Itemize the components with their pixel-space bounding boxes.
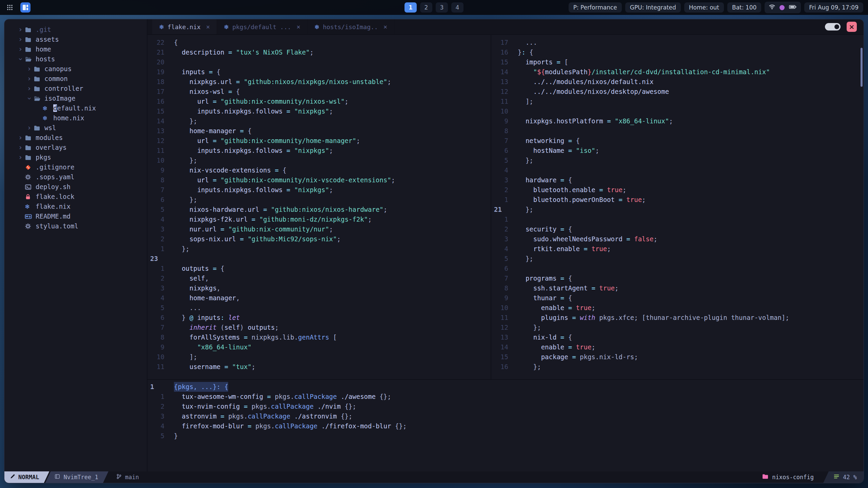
code-line[interactable]: 23 — [147, 254, 491, 264]
scrollbar-thumb[interactable] — [861, 48, 863, 87]
code-line[interactable]: 19 inputs = { — [147, 67, 491, 77]
code-line[interactable]: 10 ]; — [147, 352, 491, 362]
code-line[interactable]: 5} — [147, 431, 864, 441]
tree-item-overlays[interactable]: ›overlays — [4, 143, 147, 152]
code-line[interactable]: 2 sops-nix.url = "github:Mic92/sops-nix"… — [147, 234, 491, 244]
tree-item-readme-md[interactable]: README.md — [4, 211, 147, 221]
tab-pkgs-default[interactable]: ❄pkgs/default ...× — [217, 19, 308, 34]
chevron-down-icon[interactable]: › — [26, 94, 33, 103]
code-line[interactable]: 1 tux-awesome-wm-config = pkgs.callPacka… — [147, 392, 864, 402]
code-line[interactable]: 12 ../../modules/nixos/desktop/awesome — [491, 87, 864, 97]
tree-item-git[interactable]: ›.git — [4, 25, 147, 35]
code-line[interactable]: 18 nixpkgs.url = "github:nixos/nixpkgs/n… — [147, 77, 491, 87]
code-line[interactable]: 5 ... — [147, 303, 491, 313]
chevron-right-icon[interactable]: › — [25, 65, 34, 73]
code-line[interactable]: 1 outputs = { — [147, 264, 491, 273]
code-line[interactable]: 1 }; — [147, 244, 491, 254]
code-line[interactable]: 8 — [491, 126, 864, 136]
code-line[interactable]: 14 enable = true; — [491, 342, 864, 352]
workspace-button-2[interactable]: 2 — [420, 2, 432, 13]
code-line[interactable]: 9 nix-vscode-extensions = { — [147, 165, 491, 175]
code-line[interactable]: 11 ]; — [491, 97, 864, 106]
code-line[interactable]: 22{ — [147, 38, 491, 47]
code-line[interactable]: 4 home-manager, — [147, 293, 491, 303]
chevron-right-icon[interactable]: › — [16, 26, 25, 33]
code-line[interactable]: 16 url = "github:nix-community/nixos-wsl… — [147, 97, 491, 106]
code-line[interactable]: 6 }; — [147, 195, 491, 205]
code-line[interactable]: 6 — [491, 264, 864, 273]
code-line[interactable]: 12 }; — [491, 323, 864, 332]
chevron-right-icon[interactable]: › — [16, 36, 25, 43]
tree-item-assets[interactable]: ›assets — [4, 35, 147, 44]
code-line[interactable]: 21 description = "tux's NixOS Flake"; — [147, 47, 491, 57]
code-line[interactable]: 9 "x86_64-linux" — [147, 342, 491, 352]
battery-icon[interactable] — [789, 3, 797, 12]
code-line[interactable]: 20 — [147, 57, 491, 67]
code-line[interactable]: 8 ssh.startAgent = true; — [491, 283, 864, 293]
code-line[interactable]: 15 inputs.nixpkgs.follows = "nixpkgs"; — [147, 106, 491, 116]
tree-item-home[interactable]: ›home — [4, 44, 147, 54]
chevron-right-icon[interactable]: › — [25, 124, 34, 131]
code-line[interactable]: 7 programs = { — [491, 273, 864, 283]
code-line[interactable]: 4 firefox-mod-blur = pkgs.callPackage ./… — [147, 421, 864, 431]
chevron-right-icon[interactable]: › — [16, 154, 25, 161]
code-line[interactable]: 2 bluetooth.enable = true; — [491, 185, 864, 195]
tab-hosts-isoimag[interactable]: ❄hosts/isoImag..× — [308, 19, 394, 34]
code-line[interactable]: 2 self, — [147, 273, 491, 283]
tiling-layout-icon[interactable] — [20, 2, 31, 13]
chevron-right-icon[interactable]: › — [16, 134, 25, 141]
code-line[interactable]: 13 ../../modules/nixos/default.nix — [491, 77, 864, 87]
tree-item-isoimage[interactable]: ›isoImage — [4, 94, 147, 103]
code-line[interactable]: 11 inputs.nixpkgs.follows = "nixpkgs"; — [147, 146, 491, 156]
window-close-button[interactable]: × — [847, 22, 857, 32]
tree-item-flake-lock[interactable]: flake.lock — [4, 192, 147, 202]
tab-close-icon[interactable]: × — [383, 23, 387, 30]
code-line[interactable]: 10 }; — [147, 156, 491, 165]
code-line[interactable]: 8 forAllSystems = nixpkgs.lib.genAttrs [ — [147, 332, 491, 342]
code-line[interactable]: 13 nix-ld = { — [491, 332, 864, 342]
chevron-down-icon[interactable]: › — [17, 55, 24, 64]
tree-item-home-nix[interactable]: ❄home.nix — [4, 113, 147, 123]
tab-close-icon[interactable]: × — [206, 23, 210, 30]
code-line[interactable]: 7 inputs.nixpkgs.follows = "nixpkgs"; — [147, 185, 491, 195]
code-line[interactable]: 5 }; — [491, 156, 864, 165]
code-line[interactable]: 12 url = "github:nix-community/home-mana… — [147, 136, 491, 146]
wifi-icon[interactable] — [769, 3, 775, 12]
code-line[interactable]: 3 nixpkgs, — [147, 283, 491, 293]
code-line[interactable]: 6 hostName = "iso"; — [491, 146, 864, 156]
tab-flake-nix[interactable]: ❄flake.nix× — [152, 19, 217, 34]
code-line[interactable]: 15 imports = [ — [491, 57, 864, 67]
code-line[interactable]: 2 security = { — [491, 224, 864, 234]
chevron-right-icon[interactable]: › — [16, 144, 25, 151]
workspace-button-1[interactable]: 1 — [405, 2, 417, 13]
tree-item-wsl[interactable]: ›wsl — [4, 123, 147, 133]
tree-item-sops-yaml[interactable]: .sops.yaml — [4, 172, 147, 182]
notification-dot-icon[interactable] — [780, 5, 785, 10]
code-line[interactable]: 11 plugins = with pkgs.xfce; [thunar-arc… — [491, 313, 864, 323]
code-line[interactable]: 4 — [491, 165, 864, 175]
code-line[interactable]: 3 hardware = { — [491, 175, 864, 185]
code-line[interactable]: 17 nixos-wsl = { — [147, 87, 491, 97]
chevron-right-icon[interactable]: › — [16, 46, 25, 53]
code-line[interactable]: 1 — [491, 215, 864, 224]
tree-item-canopus[interactable]: ›canopus — [4, 64, 147, 74]
apps-grid-icon[interactable] — [5, 2, 15, 13]
code-line[interactable]: 14 "${modulesPath}/installer/cd-dvd/inst… — [491, 67, 864, 77]
code-line[interactable]: 10 — [491, 106, 864, 116]
tree-item-gitignore[interactable]: .gitignore — [4, 162, 147, 172]
code-line[interactable]: 4 nixpkgs-f2k.url = "github:moni-dz/nixp… — [147, 215, 491, 224]
code-line[interactable]: 3 nur.url = "github:nix-community/nur"; — [147, 224, 491, 234]
code-line[interactable]: 13 home-manager = { — [147, 126, 491, 136]
tree-item-common[interactable]: ›common — [4, 74, 147, 84]
code-line[interactable]: 6 } @ inputs: let — [147, 313, 491, 323]
code-line[interactable]: 10 enable = true; — [491, 303, 864, 313]
code-line[interactable]: 1 bluetooth.powerOnBoot = true; — [491, 195, 864, 205]
tree-item-modules[interactable]: ›modules — [4, 133, 147, 143]
tab-close-icon[interactable]: × — [297, 23, 300, 30]
code-line[interactable]: 11 username = "tux"; — [147, 362, 491, 372]
chevron-right-icon[interactable]: › — [25, 75, 34, 82]
code-line[interactable]: 7 inherit (self) outputs; — [147, 323, 491, 332]
code-line[interactable]: 4 rtkit.enable = true; — [491, 244, 864, 254]
tree-item-stylua-toml[interactable]: stylua.toml — [4, 221, 147, 231]
code-line[interactable]: 3 sudo.wheelNeedsPassword = false; — [491, 234, 864, 244]
